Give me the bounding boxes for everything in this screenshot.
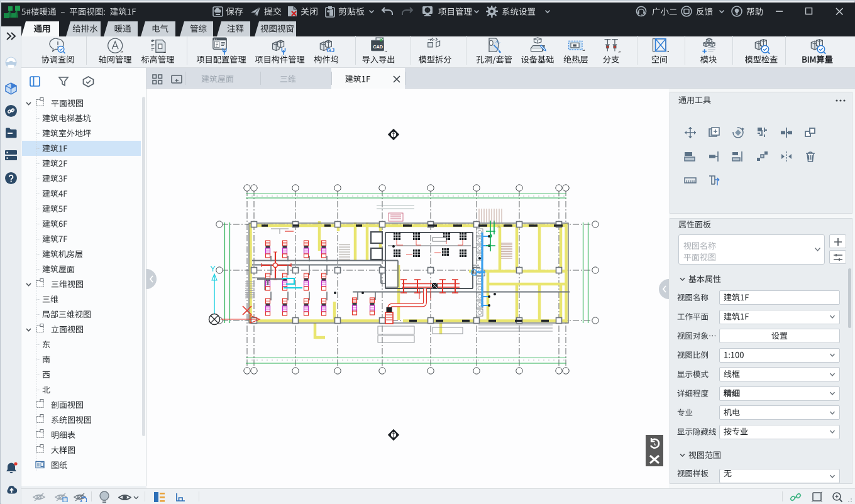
svg-text:25: 25	[497, 225, 500, 228]
svg-text:CAD: CAD	[373, 44, 383, 50]
svg-text:Y: Y	[210, 264, 216, 273]
svg-text:GJ: GJ	[326, 47, 334, 53]
